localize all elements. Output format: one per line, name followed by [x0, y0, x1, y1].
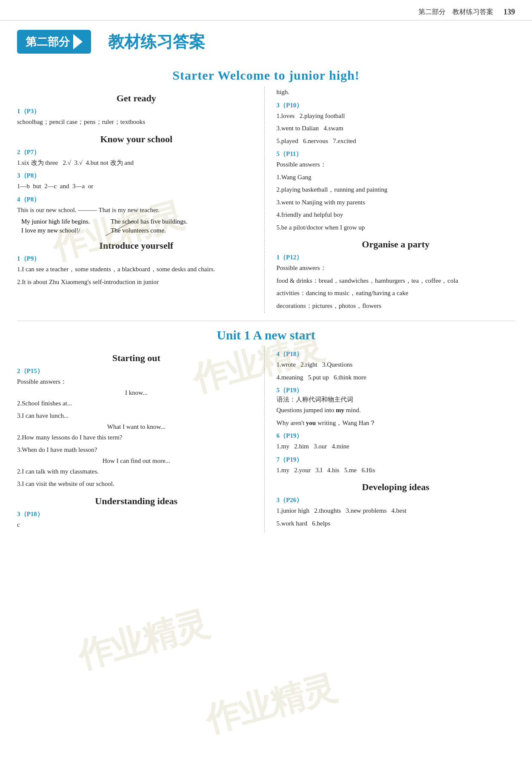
- unit1-item-6-p19-content: 1.my 2.him 3.our 4.mine: [277, 441, 515, 452]
- item-5-p11-4: 4.friendly and helpful boy: [277, 210, 515, 221]
- item-2-p7-label: 2（P7）: [17, 148, 256, 156]
- cross-right-1: The school has five buildings.: [111, 218, 187, 225]
- item-3-p10-line1: 1.loves 2.playing football: [277, 111, 515, 122]
- unit1-item-3-p18-content: c: [17, 520, 256, 531]
- watermark-3: 作业精灵: [73, 601, 213, 680]
- header-title: 教材练习答案: [452, 8, 493, 17]
- cross-left-1: My junior high life begins.: [21, 218, 106, 225]
- unit1-item-7-p19-content: 1.my 2.your 3.I 4.his 5.me 6.His: [277, 465, 515, 476]
- unit1-can-have-lunch: 3.I can have lunch...: [17, 411, 256, 422]
- unit1-visit-website: 3.I can visit the website of our school.: [17, 479, 256, 490]
- subsection-understanding: Understanding ideas: [17, 496, 256, 507]
- unit1-item-4-p18-label: 4（P18）: [277, 350, 515, 358]
- cross-diagram: My junior high life begins. The school h…: [21, 218, 256, 234]
- subsection-starting-out: Starting out: [17, 353, 256, 364]
- unit1-item-3-p26-line1: 1.junior high 2.thoughts 3.new problems …: [277, 505, 515, 517]
- unit1-how-many-lessons: 2.How many lessons do I have this term?: [17, 432, 256, 443]
- item-4-p8-label: 4（P8）: [17, 195, 256, 204]
- item-1-p9-line1: 1.I can see a teacher，some students，a bl…: [17, 264, 256, 275]
- unit1-section-title: Unit 1 A new start: [17, 321, 515, 342]
- part-label: 第二部分: [17, 30, 91, 54]
- unit1-item-5-q2: Why aren't you writing，Wang Han？: [277, 418, 515, 429]
- main-content: Starter Welcome to junior high! Get read…: [0, 58, 532, 540]
- unit1-item-4-p18-line2: 4.meaning 5.put up 6.think more: [277, 372, 515, 383]
- unit1-item-5-q1: Questions jumped into my mind.: [277, 405, 515, 416]
- unit1-talk-classmates: 2.I can talk with my classmates.: [17, 466, 256, 477]
- part-title: 教材练习答案: [108, 31, 205, 53]
- unit1-school-finishes: 2.School finishes at...: [17, 398, 256, 409]
- subsection-introduce: Introduce yourself: [17, 240, 256, 251]
- item-2-p7-content: 1.six 改为 three 2.√ 3.√ 4.but not 改为 and: [17, 158, 256, 169]
- unit1-when-math: 3.When do I have math lesson?: [17, 445, 256, 456]
- item-1-p3-content: schoolbag；pencil case；pens；ruler；textboo…: [17, 117, 256, 128]
- unit1-item-2-p15-possible: Possible answers：: [17, 376, 256, 388]
- watermark-4: 作业精灵: [200, 665, 340, 744]
- header-section-label: 第二部分: [418, 8, 446, 17]
- item-5-p11-3: 3.went to Nanjing with my parents: [277, 197, 515, 208]
- item-3-p10-line3: 5.played 6.nervous 7.excited: [277, 136, 515, 147]
- cross-left-2: I love my new school!/: [21, 227, 106, 234]
- subsection-developing: Developing ideas: [277, 482, 515, 493]
- unit1-item-6-p19-label: 6（P19）: [277, 432, 515, 440]
- item-1-p9-label: 1（P9）: [17, 255, 256, 263]
- unit1-item-3-p26-label: 3（P26）: [277, 496, 515, 504]
- subsection-get-ready: Get ready: [17, 93, 256, 104]
- unit1-item-5-grammar: 语法：人称代词和物主代词: [277, 396, 515, 404]
- starter-col-left: Get ready 1（P3） schoolbag；pencil case；pe…: [17, 87, 265, 313]
- starter-col-right: high. 3（P10） 1.loves 2.playing football …: [265, 87, 515, 313]
- unit1-item-5-p19-label: 5（P19）: [277, 386, 515, 394]
- item-1-p12-decorations: decorations：pictures，photos，flowers: [277, 301, 515, 312]
- item-3-p10-line2: 3.went to Dalian 4.swam: [277, 123, 515, 134]
- unit1-find-out: How I can find out more...: [17, 457, 256, 465]
- unit1-item-7-p19-label: 7（P19）: [277, 456, 515, 464]
- unit1-col-left: Starting out 2（P15） Possible answers： I …: [17, 347, 265, 532]
- subsection-know-school: Know your school: [17, 134, 256, 145]
- item-1-p12-activities: activities：dancing to music，eating/havin…: [277, 288, 515, 299]
- cross-right-2: The volunteers come.: [111, 227, 166, 234]
- part-banner: 第二部分 教材练习答案: [0, 20, 532, 58]
- item-5-p11-possible: Possible answers：: [277, 159, 515, 170]
- page-number: 139: [503, 8, 515, 17]
- unit1-item-3-p18-label: 3（P18）: [17, 510, 256, 518]
- subsection-organise-party: Organise a party: [277, 239, 515, 250]
- unit1-two-col: Starting out 2（P15） Possible answers： I …: [17, 347, 515, 532]
- unit1-item-4-p18-line1: 1.wrote 2.right 3.Questions: [277, 359, 515, 370]
- item-3-p10-label: 3（P10）: [277, 101, 515, 109]
- starter-section-title: Starter Welcome to junior high!: [17, 68, 515, 83]
- starter-right-high: high.: [277, 87, 515, 98]
- page-header: 第二部分 教材练习答案 139: [0, 0, 532, 20]
- unit1-item-3-p26-line2: 5.work hard 6.helps: [277, 518, 515, 529]
- item-1-p3-label: 1（P3）: [17, 107, 256, 115]
- unit1-item-2-p15-label: 2（P15）: [17, 367, 256, 375]
- unit1-col-right: 4（P18） 1.wrote 2.right 3.Questions 4.mea…: [265, 347, 515, 532]
- item-1-p12-food: food & drinks：bread，sandwiches，hamburger…: [277, 276, 515, 287]
- unit1-want-to-know: What I want to know...: [17, 423, 256, 431]
- item-5-p11-5: 5.be a pilot/doctor when I grow up: [277, 222, 515, 233]
- item-5-p11-1: 1.Wang Gang: [277, 172, 515, 183]
- item-3-p8-content: 1—b but 2—c and 3—a or: [17, 181, 256, 192]
- starter-two-col: Get ready 1（P3） schoolbag；pencil case；pe…: [17, 87, 515, 313]
- item-5-p11-2: 2.playing basketball，running and paintin…: [277, 184, 515, 195]
- item-1-p12-possible: Possible answers：: [277, 263, 515, 274]
- item-5-p11-label: 5（P11）: [277, 150, 515, 158]
- item-3-p8-label: 3（P8）: [17, 172, 256, 180]
- item-1-p12-label: 1（P12）: [277, 253, 515, 261]
- unit1-i-know: I know...: [17, 389, 256, 396]
- item-1-p9-line2: 2.It is about Zhu Xiaomeng's self-introd…: [17, 277, 256, 288]
- item-4-p8-line1: This is our new school. ——— That is my n…: [17, 205, 256, 216]
